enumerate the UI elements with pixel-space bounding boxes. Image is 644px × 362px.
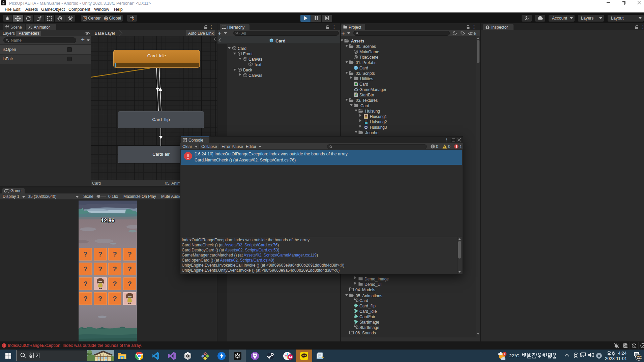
svg-text:#: # (355, 82, 357, 86)
svg-text:TALK: TALK (302, 355, 306, 357)
svg-text:#: # (355, 93, 357, 97)
svg-text:1: 1 (504, 352, 505, 356)
